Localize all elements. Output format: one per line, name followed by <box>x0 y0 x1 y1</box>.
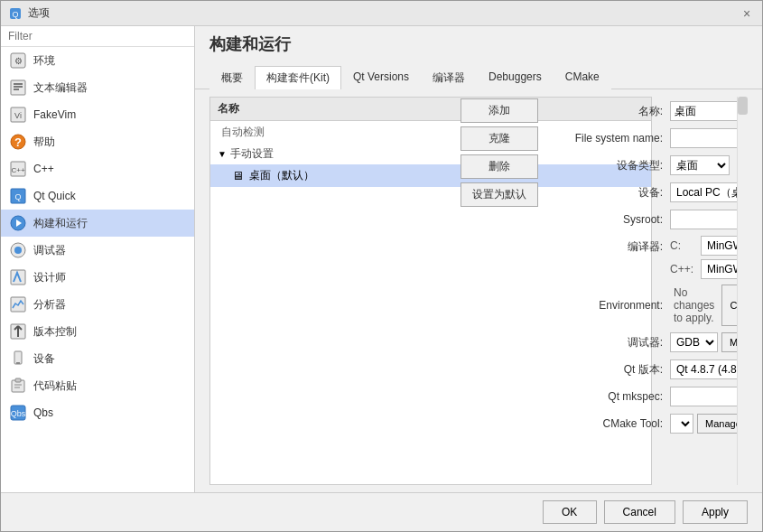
main-content: 构建和运行 概要 构建套件(Kit) Qt Versions 编译器 Debug… <box>195 26 762 492</box>
form-container: 名称: 🖥 File system name: <box>545 97 748 485</box>
svg-text:Qbs: Qbs <box>11 409 26 418</box>
sidebar-item-cpp[interactable]: C++ C++ <box>1 155 194 182</box>
sidebar-item-buildrun[interactable]: 构建和运行 <box>1 210 194 237</box>
sidebar-item-analyzer[interactable]: 分析器 <box>1 291 194 318</box>
main-header: 构建和运行 <box>195 26 762 66</box>
svg-text:⚙: ⚙ <box>14 56 23 66</box>
svg-rect-29 <box>15 378 21 382</box>
filesystem-input[interactable] <box>670 128 737 148</box>
sidebar-item-environment[interactable]: ⚙ 环境 <box>1 47 194 74</box>
delete-kit-button[interactable]: 删除 <box>461 154 538 179</box>
sidebar-item-texteditor[interactable]: 文本编辑器 <box>1 74 194 101</box>
cancel-button[interactable]: Cancel <box>604 500 675 524</box>
qt-version-row: Qt 版本: Qt 4.8.7 (4.8.7) Manage... <box>553 359 730 380</box>
scrollbar[interactable] <box>737 97 748 485</box>
sidebar-label-devices: 设备 <box>33 351 55 367</box>
filter-input[interactable] <box>1 26 194 47</box>
sidebar-item-vcs[interactable]: 版本控制 <box>1 318 194 345</box>
tabs-bar: 概要 构建套件(Kit) Qt Versions 编译器 Debuggers C… <box>195 66 762 89</box>
title-bar-left: Q 选项 <box>8 5 50 21</box>
apply-button[interactable]: Apply <box>683 500 748 524</box>
sidebar-item-codepaste[interactable]: 代码粘贴 <box>1 372 194 399</box>
debugger-manage-btn[interactable]: Manage... <box>721 332 737 352</box>
vcs-icon <box>10 323 26 340</box>
qtquick-icon: Q <box>10 188 26 204</box>
device-type-select[interactable]: 桌面 <box>670 155 730 175</box>
debugger-label: 调试器: <box>553 335 670 350</box>
sidebar-label-debugger: 调试器 <box>33 243 66 258</box>
sidebar-item-designer[interactable]: 设计师 <box>1 264 194 291</box>
name-field-group: 🖥 <box>670 101 737 121</box>
page-title: 构建和运行 <box>209 33 748 55</box>
tab-overview[interactable]: 概要 <box>209 66 255 89</box>
qbs-icon: Qbs <box>10 405 26 421</box>
analyzer-icon <box>10 296 26 313</box>
sidebar-item-debugger[interactable]: 调试器 <box>1 237 194 264</box>
svg-point-19 <box>14 247 22 254</box>
dialog-title: 选项 <box>28 5 50 21</box>
compiler-cpp-select[interactable]: MinGW <box>701 259 737 279</box>
tab-kits[interactable]: 构建套件(Kit) <box>255 66 341 89</box>
set-default-button[interactable]: 设置为默认 <box>461 182 538 207</box>
qt-version-group: Qt 4.8.7 (4.8.7) Manage... <box>670 359 737 379</box>
add-kit-button[interactable]: 添加 <box>461 98 538 123</box>
qt-version-select[interactable]: Qt 4.8.7 (4.8.7) <box>670 359 737 379</box>
debugger-row: 调试器: GDB Manage... <box>553 331 730 353</box>
debugger-icon <box>10 242 26 258</box>
compiler-row: 编译器: C: MinGW Manage... <box>553 236 730 279</box>
close-button[interactable]: × <box>739 5 755 22</box>
tab-compilers[interactable]: 编译器 <box>421 66 477 89</box>
environment-icon: ⚙ <box>10 52 26 69</box>
cmake-group: Manage... <box>670 414 737 434</box>
sidebar-item-fakevim[interactable]: Vi FakeVim <box>1 101 194 128</box>
sidebar-item-qtquick[interactable]: Q Qt Quick <box>1 182 194 210</box>
environment-change-btn[interactable]: Change... <box>721 285 737 326</box>
filesystem-label: File system name: <box>553 132 670 145</box>
tab-cmake[interactable]: CMake <box>554 66 611 89</box>
env-group: No changes to apply. Change... <box>670 285 737 326</box>
cmake-select[interactable] <box>670 414 693 434</box>
dialog-footer: OK Cancel Apply <box>1 492 762 531</box>
ok-button[interactable]: OK <box>543 500 597 524</box>
fakevim-icon: Vi <box>10 107 26 123</box>
qt-mkspec-input[interactable] <box>670 387 737 406</box>
sysroot-input[interactable] <box>670 210 737 229</box>
tab-debuggers[interactable]: Debuggers <box>477 66 554 89</box>
clone-kit-button[interactable]: 克隆 <box>461 126 538 151</box>
sysroot-row: Sysroot: 浏览... <box>553 209 730 230</box>
sidebar-label-cpp: C++ <box>33 163 54 175</box>
compiler-c-select[interactable]: MinGW <box>701 236 737 256</box>
sidebar-label-qbs: Qbs <box>33 406 53 419</box>
sidebar-item-help[interactable]: ? 帮助 <box>1 128 194 155</box>
sidebar-item-qbs[interactable]: Qbs Qbs <box>1 399 194 426</box>
desktop-kit-icon: 🖥 <box>232 169 244 182</box>
name-row: 名称: 🖥 <box>553 100 730 122</box>
designer-icon <box>10 269 26 285</box>
filesystem-row: File system name: <box>553 127 730 149</box>
sidebar-label-qtquick: Qt Quick <box>33 190 76 202</box>
manual-section-label: 手动设置 <box>230 146 274 162</box>
buildrun-icon <box>10 215 26 231</box>
device-select[interactable]: Local PC（桌面 类型的默认设备） <box>670 182 737 202</box>
dialog-body: ⚙ 环境 文本编辑器 Vi FakeVim ? 帮助 <box>1 26 762 492</box>
sidebar-label-texteditor: 文本编辑器 <box>33 80 88 96</box>
sidebar-label-buildrun: 构建和运行 <box>33 216 88 231</box>
sidebar-label-environment: 环境 <box>33 53 55 69</box>
title-icon: Q <box>8 6 23 21</box>
tab-qtversions[interactable]: Qt Versions <box>341 66 421 89</box>
device-label: 设备: <box>553 185 670 201</box>
device-row: 设备: Local PC（桌面 类型的默认设备） Manage... <box>553 182 730 203</box>
sysroot-group: 浏览... <box>670 210 737 229</box>
sidebar-item-devices[interactable]: 设备 <box>1 345 194 372</box>
desktop-kit-label: 桌面（默认） <box>249 168 314 183</box>
svg-text:C++: C++ <box>11 166 24 174</box>
compiler-label: 编译器: <box>553 236 670 255</box>
name-input[interactable] <box>670 101 737 121</box>
compiler-c-row: C: MinGW Manage... <box>670 236 737 256</box>
sidebar-label-codepaste: 代码粘贴 <box>33 378 77 394</box>
svg-text:?: ? <box>14 135 22 149</box>
kits-content: 名称 自动检测 ▼ 手动设置 🖥 桌面（默认） 添加 <box>195 89 762 492</box>
cmake-row: CMake Tool: Manage... <box>553 413 730 434</box>
debugger-select[interactable]: GDB <box>670 332 718 352</box>
cmake-manage-btn[interactable]: Manage... <box>697 414 737 434</box>
